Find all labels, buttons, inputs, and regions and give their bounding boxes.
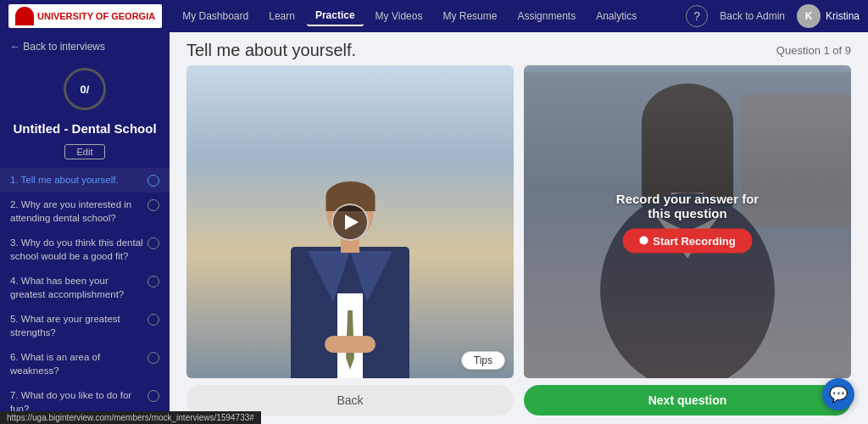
start-recording-label: Start Recording (653, 234, 736, 247)
question-radio-4 (147, 276, 159, 287)
next-question-button[interactable]: Next question (524, 385, 851, 416)
start-recording-button[interactable]: Start Recording (622, 228, 753, 253)
question-text-1: 1. Tell me about yourself. (10, 174, 144, 187)
logo-text: UNIVERSITY OF GEORGIA (37, 11, 155, 21)
nav-dashboard[interactable]: My Dashboard (174, 7, 257, 25)
suit (291, 247, 409, 378)
play-triangle-icon (345, 215, 359, 230)
question-title: Tell me about yourself. (186, 41, 356, 60)
content-area: Tell me about yourself. Question 1 of 9 (170, 32, 868, 424)
question-text-3: 3. Why do you think this dental school w… (10, 237, 144, 263)
hands (325, 336, 376, 353)
status-url: https://uga.biginterview.com/members/moc… (7, 413, 254, 422)
nav-learn[interactable]: Learn (260, 7, 303, 25)
question-radio-6 (147, 352, 159, 364)
interviewer-video-panel: Tips (186, 65, 514, 378)
question-text-4: 4. What has been your greatest accomplis… (10, 275, 144, 301)
question-text-5: 5. What are your greatest strengths? (10, 313, 144, 339)
back-to-admin-button[interactable]: Back to Admin (711, 7, 793, 25)
question-text-2: 2. Why are you interested in attending d… (10, 198, 144, 225)
question-radio-5 (147, 314, 159, 326)
questions-list: 1. Tell me about yourself. 2. Why are yo… (0, 168, 170, 425)
question-item-5[interactable]: 5. What are your greatest strengths? (0, 307, 170, 345)
score-ring: 0/ (64, 68, 106, 110)
question-item-1[interactable]: 1. Tell me about yourself. (0, 168, 170, 193)
help-button[interactable]: ? (686, 5, 708, 27)
play-button[interactable] (331, 204, 369, 241)
sidebar: ← Back to interviews 0/ Untitled - Denta… (0, 32, 170, 424)
back-to-interviews-link[interactable]: ← Back to interviews (0, 32, 170, 61)
chat-icon: 💬 (829, 385, 848, 404)
videos-row: Tips (170, 65, 868, 378)
question-radio-2 (147, 199, 159, 211)
record-text: Record your answer for this question (606, 191, 770, 220)
question-radio-3 (147, 237, 159, 249)
nav-analytics[interactable]: Analytics (587, 7, 645, 25)
question-item-4[interactable]: 4. What has been your greatest accomplis… (0, 269, 170, 307)
university-logo[interactable]: UNIVERSITY OF GEORGIA (8, 4, 162, 28)
tips-button[interactable]: Tips (461, 351, 505, 370)
question-text-6: 6. What is an area of weakness? (10, 351, 144, 377)
bottom-buttons: Back Next question (170, 378, 868, 424)
nav-assignments[interactable]: Assignments (509, 7, 584, 25)
score-circle: 0/ (64, 68, 106, 110)
question-item-3[interactable]: 3. Why do you think this dental school w… (0, 231, 170, 269)
status-bar: https://uga.biginterview.com/members/moc… (0, 411, 261, 424)
top-navigation: UNIVERSITY OF GEORGIA My Dashboard Learn… (0, 0, 868, 32)
question-radio-1 (147, 175, 159, 187)
edit-button[interactable]: Edit (64, 144, 106, 159)
user-name: Kristina (826, 10, 860, 22)
chat-bubble-button[interactable]: 💬 (822, 378, 854, 410)
question-item-2[interactable]: 2. Why are you interested in attending d… (0, 192, 170, 231)
recording-dot-icon (639, 237, 648, 245)
interview-title: Untitled - Dental School (0, 117, 170, 141)
nav-resume[interactable]: My Resume (434, 7, 505, 25)
content-header: Tell me about yourself. Question 1 of 9 (170, 32, 868, 65)
respondent-video-panel: Record your answer for this question Sta… (524, 65, 851, 378)
nav-myvideos[interactable]: My Videos (367, 7, 431, 25)
score-value: 0/ (81, 83, 90, 96)
avatar: K (797, 4, 821, 28)
record-overlay: Record your answer for this question Sta… (606, 191, 770, 253)
question-counter: Question 1 of 9 (776, 44, 851, 57)
nav-practice[interactable]: Practice (307, 6, 364, 26)
question-item-6[interactable]: 6. What is an area of weakness? (0, 345, 170, 383)
user-menu[interactable]: K Kristina (797, 4, 860, 28)
logo-arch-icon (15, 7, 34, 25)
question-radio-7 (147, 390, 159, 402)
main-layout: ← Back to interviews 0/ Untitled - Denta… (0, 32, 868, 424)
